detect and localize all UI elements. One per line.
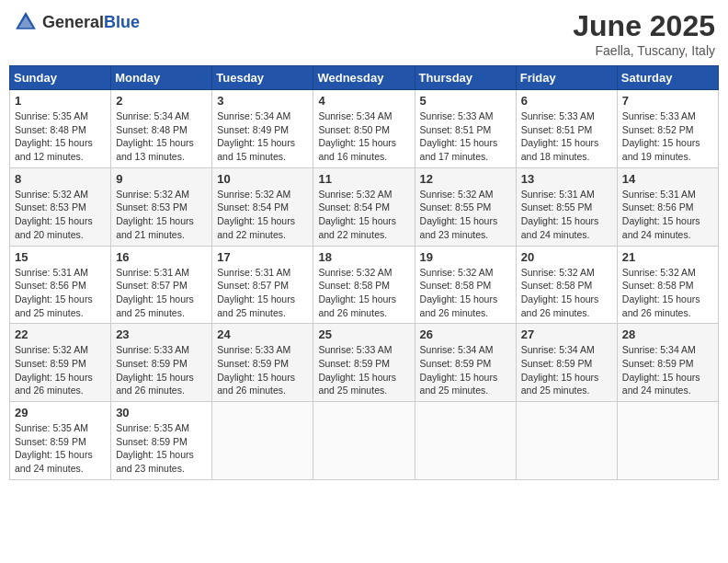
- calendar-cell: [516, 402, 617, 480]
- calendar-cell: 28Sunrise: 5:34 AM Sunset: 8:59 PM Dayli…: [617, 324, 718, 402]
- calendar-cell: 6Sunrise: 5:33 AM Sunset: 8:51 PM Daylig…: [516, 90, 617, 168]
- day-info: Sunrise: 5:31 AM Sunset: 8:57 PM Dayligh…: [217, 266, 308, 320]
- day-info: Sunrise: 5:32 AM Sunset: 8:59 PM Dayligh…: [15, 343, 106, 397]
- day-info: Sunrise: 5:32 AM Sunset: 8:58 PM Dayligh…: [318, 266, 409, 320]
- calendar-week-row: 29Sunrise: 5:35 AM Sunset: 8:59 PM Dayli…: [10, 402, 719, 480]
- day-number: 23: [116, 327, 207, 341]
- day-info: Sunrise: 5:32 AM Sunset: 8:58 PM Dayligh…: [622, 266, 713, 320]
- day-number: 28: [622, 327, 713, 341]
- calendar-cell: 17Sunrise: 5:31 AM Sunset: 8:57 PM Dayli…: [212, 246, 313, 324]
- calendar-cell: 8Sunrise: 5:32 AM Sunset: 8:53 PM Daylig…: [10, 167, 111, 246]
- day-number: 3: [217, 94, 308, 108]
- day-number: 11: [318, 172, 409, 186]
- location-title: Faella, Tuscany, Italy: [573, 43, 715, 58]
- month-title: June 2025: [573, 9, 715, 43]
- calendar-cell: 23Sunrise: 5:33 AM Sunset: 8:59 PM Dayli…: [111, 324, 212, 402]
- day-info: Sunrise: 5:32 AM Sunset: 8:58 PM Dayligh…: [521, 266, 612, 320]
- day-info: Sunrise: 5:32 AM Sunset: 8:53 PM Dayligh…: [116, 188, 207, 242]
- calendar-cell: 5Sunrise: 5:33 AM Sunset: 8:51 PM Daylig…: [415, 90, 516, 168]
- calendar-week-row: 22Sunrise: 5:32 AM Sunset: 8:59 PM Dayli…: [10, 324, 719, 402]
- day-number: 29: [15, 406, 106, 419]
- day-number: 8: [15, 172, 106, 186]
- day-number: 14: [622, 172, 713, 186]
- day-info: Sunrise: 5:32 AM Sunset: 8:55 PM Dayligh…: [420, 188, 511, 242]
- calendar-cell: 27Sunrise: 5:34 AM Sunset: 8:59 PM Dayli…: [516, 324, 617, 402]
- day-info: Sunrise: 5:33 AM Sunset: 8:59 PM Dayligh…: [116, 343, 207, 397]
- col-tuesday: Tuesday: [212, 66, 313, 90]
- logo: GeneralBlue: [13, 9, 140, 35]
- day-info: Sunrise: 5:35 AM Sunset: 8:59 PM Dayligh…: [116, 421, 207, 476]
- calendar-cell: 11Sunrise: 5:32 AM Sunset: 8:54 PM Dayli…: [313, 167, 415, 246]
- day-number: 25: [318, 327, 409, 341]
- calendar-cell: 18Sunrise: 5:32 AM Sunset: 8:58 PM Dayli…: [313, 246, 415, 324]
- day-number: 7: [622, 94, 713, 108]
- day-info: Sunrise: 5:33 AM Sunset: 8:52 PM Dayligh…: [622, 109, 713, 164]
- day-info: Sunrise: 5:33 AM Sunset: 8:59 PM Dayligh…: [318, 343, 409, 397]
- calendar-cell: 3Sunrise: 5:34 AM Sunset: 8:49 PM Daylig…: [212, 90, 313, 168]
- calendar-cell: 21Sunrise: 5:32 AM Sunset: 8:58 PM Dayli…: [617, 246, 718, 324]
- day-info: Sunrise: 5:34 AM Sunset: 8:59 PM Dayligh…: [420, 343, 511, 397]
- day-number: 16: [116, 250, 207, 264]
- calendar-week-row: 8Sunrise: 5:32 AM Sunset: 8:53 PM Daylig…: [10, 167, 719, 246]
- calendar-cell: 9Sunrise: 5:32 AM Sunset: 8:53 PM Daylig…: [111, 167, 212, 246]
- day-number: 22: [15, 327, 106, 341]
- calendar-cell: 16Sunrise: 5:31 AM Sunset: 8:57 PM Dayli…: [111, 246, 212, 324]
- day-info: Sunrise: 5:35 AM Sunset: 8:59 PM Dayligh…: [15, 421, 106, 476]
- day-info: Sunrise: 5:31 AM Sunset: 8:56 PM Dayligh…: [622, 188, 713, 242]
- day-info: Sunrise: 5:34 AM Sunset: 8:49 PM Dayligh…: [217, 109, 308, 164]
- day-info: Sunrise: 5:33 AM Sunset: 8:59 PM Dayligh…: [217, 343, 308, 397]
- logo-blue: Blue: [104, 13, 140, 31]
- day-number: 13: [521, 172, 612, 186]
- calendar-cell: 25Sunrise: 5:33 AM Sunset: 8:59 PM Dayli…: [313, 324, 415, 402]
- calendar-cell: 13Sunrise: 5:31 AM Sunset: 8:55 PM Dayli…: [516, 167, 617, 246]
- logo-general: General: [42, 13, 104, 31]
- calendar-cell: 7Sunrise: 5:33 AM Sunset: 8:52 PM Daylig…: [617, 90, 718, 168]
- day-number: 24: [217, 327, 308, 341]
- calendar-cell: 22Sunrise: 5:32 AM Sunset: 8:59 PM Dayli…: [10, 324, 111, 402]
- day-number: 5: [420, 94, 511, 108]
- calendar-week-row: 15Sunrise: 5:31 AM Sunset: 8:56 PM Dayli…: [10, 246, 719, 324]
- day-number: 26: [420, 327, 511, 341]
- day-info: Sunrise: 5:35 AM Sunset: 8:48 PM Dayligh…: [15, 109, 106, 164]
- calendar-cell: 4Sunrise: 5:34 AM Sunset: 8:50 PM Daylig…: [313, 90, 415, 168]
- col-thursday: Thursday: [415, 66, 516, 90]
- day-info: Sunrise: 5:31 AM Sunset: 8:57 PM Dayligh…: [116, 266, 207, 320]
- calendar-cell: 24Sunrise: 5:33 AM Sunset: 8:59 PM Dayli…: [212, 324, 313, 402]
- calendar-cell: 15Sunrise: 5:31 AM Sunset: 8:56 PM Dayli…: [10, 246, 111, 324]
- page-header: GeneralBlue June 2025 Faella, Tuscany, I…: [9, 9, 719, 58]
- day-number: 17: [217, 250, 308, 264]
- day-number: 15: [15, 250, 106, 264]
- calendar-table: Sunday Monday Tuesday Wednesday Thursday…: [9, 65, 719, 480]
- day-info: Sunrise: 5:32 AM Sunset: 8:54 PM Dayligh…: [217, 188, 308, 242]
- day-number: 12: [420, 172, 511, 186]
- calendar-week-row: 1Sunrise: 5:35 AM Sunset: 8:48 PM Daylig…: [10, 90, 719, 168]
- col-wednesday: Wednesday: [313, 66, 415, 90]
- calendar-cell: 1Sunrise: 5:35 AM Sunset: 8:48 PM Daylig…: [10, 90, 111, 168]
- calendar-cell: 20Sunrise: 5:32 AM Sunset: 8:58 PM Dayli…: [516, 246, 617, 324]
- calendar-cell: 30Sunrise: 5:35 AM Sunset: 8:59 PM Dayli…: [111, 402, 212, 480]
- day-number: 27: [521, 327, 612, 341]
- day-number: 2: [116, 94, 207, 108]
- calendar-cell: 26Sunrise: 5:34 AM Sunset: 8:59 PM Dayli…: [415, 324, 516, 402]
- day-number: 20: [521, 250, 612, 264]
- calendar-cell: 19Sunrise: 5:32 AM Sunset: 8:58 PM Dayli…: [415, 246, 516, 324]
- col-saturday: Saturday: [617, 66, 718, 90]
- calendar-cell: 10Sunrise: 5:32 AM Sunset: 8:54 PM Dayli…: [212, 167, 313, 246]
- day-number: 6: [521, 94, 612, 108]
- calendar-cell: [617, 402, 718, 480]
- day-info: Sunrise: 5:34 AM Sunset: 8:59 PM Dayligh…: [521, 343, 612, 397]
- day-info: Sunrise: 5:34 AM Sunset: 8:50 PM Dayligh…: [318, 109, 409, 164]
- col-friday: Friday: [516, 66, 617, 90]
- calendar-cell: 2Sunrise: 5:34 AM Sunset: 8:48 PM Daylig…: [111, 90, 212, 168]
- day-info: Sunrise: 5:33 AM Sunset: 8:51 PM Dayligh…: [521, 109, 612, 164]
- logo-icon: [13, 9, 39, 35]
- logo-text: GeneralBlue: [42, 13, 140, 32]
- calendar-cell: [212, 402, 313, 480]
- day-info: Sunrise: 5:34 AM Sunset: 8:48 PM Dayligh…: [116, 109, 207, 164]
- day-number: 9: [116, 172, 207, 186]
- day-info: Sunrise: 5:34 AM Sunset: 8:59 PM Dayligh…: [622, 343, 713, 397]
- calendar-cell: 14Sunrise: 5:31 AM Sunset: 8:56 PM Dayli…: [617, 167, 718, 246]
- calendar-cell: [415, 402, 516, 480]
- day-number: 18: [318, 250, 409, 264]
- day-number: 1: [15, 94, 106, 108]
